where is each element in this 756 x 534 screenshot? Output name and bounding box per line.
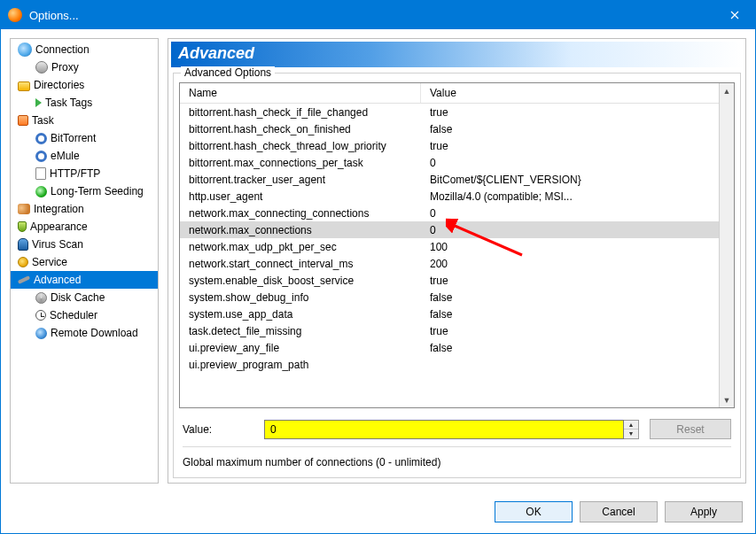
option-value: true — [421, 106, 719, 119]
tree-item-appearance[interactable]: Appearance — [11, 218, 158, 236]
tree-item-label: Remote Download — [51, 327, 138, 339]
option-row[interactable]: bittorrent.hash_check_if_file_changedtru… — [180, 104, 719, 120]
tree-item-label: Virus Scan — [32, 238, 83, 251]
option-name: http.user_agent — [180, 190, 421, 203]
tree-item-directories[interactable]: Directories — [11, 76, 158, 94]
tree-item-label: Advanced — [34, 274, 81, 286]
option-value: true — [421, 275, 719, 287]
option-row[interactable]: http.user_agentMozilla/4.0 (compatible; … — [180, 188, 719, 205]
close-icon — [730, 11, 739, 19]
header-name[interactable]: Name — [180, 83, 421, 103]
app-icon — [8, 8, 22, 22]
tree-item-service[interactable]: Service — [11, 253, 158, 271]
option-row[interactable]: network.max_connections0 — [180, 221, 719, 238]
close-button[interactable] — [714, 1, 755, 29]
spin-up-icon[interactable]: ▲ — [624, 421, 638, 430]
options-tree[interactable]: ConnectionProxyDirectoriesTask TagsTaskB… — [10, 38, 159, 484]
option-row[interactable]: ui.preview_any_filefalse — [180, 339, 719, 356]
option-row[interactable]: system.enable_disk_boost_servicetrue — [180, 272, 719, 289]
option-value: false — [421, 123, 719, 135]
option-value: 0 — [421, 207, 719, 220]
option-name: ui.preview_program_path — [180, 359, 421, 371]
divider — [183, 446, 731, 447]
value-spinner[interactable]: ▲ ▼ — [624, 420, 639, 439]
option-row[interactable]: bittorrent.tracker_user_agentBitComet/${… — [180, 171, 719, 188]
cancel-button[interactable]: Cancel — [580, 501, 658, 522]
scrollbar[interactable]: ▲ ▼ — [719, 83, 734, 407]
tree-item-label: eMule — [51, 150, 80, 162]
value-input[interactable] — [264, 420, 624, 439]
tree-item-emule[interactable]: eMule — [11, 147, 158, 165]
tree-item-label: Appearance — [30, 221, 88, 233]
tree-item-label: Disk Cache — [51, 291, 105, 304]
tree-item-label: Integration — [34, 203, 84, 215]
scroll-track[interactable] — [720, 98, 734, 392]
option-value: false — [421, 291, 719, 304]
panel-title: Advanced — [171, 42, 743, 67]
option-value: false — [421, 342, 719, 354]
option-name: network.max_connections — [180, 224, 421, 236]
page-icon — [35, 167, 46, 180]
window-title: Options... — [29, 9, 79, 22]
tree-item-bittorrent[interactable]: BitTorrent — [11, 129, 158, 147]
tree-item-virus-scan[interactable]: Virus Scan — [11, 236, 158, 253]
tree-item-label: Long-Term Seeding — [51, 185, 144, 197]
option-row[interactable]: task.detect_file_missingtrue — [180, 322, 719, 339]
scroll-up-icon[interactable]: ▲ — [720, 83, 734, 98]
gear-icon — [35, 151, 47, 162]
option-value: BitComet/${CLIENT_VERSION} — [421, 174, 719, 186]
tree-item-label: Task — [32, 114, 54, 127]
option-row[interactable]: bittorrent.hash_check_thread_low_priorit… — [180, 137, 719, 154]
tree-item-advanced[interactable]: Advanced — [11, 271, 158, 289]
option-name: bittorrent.hash_check_if_file_changed — [180, 106, 421, 119]
wrench-icon — [18, 275, 30, 284]
tree-item-integration[interactable]: Integration — [11, 200, 158, 218]
tree-item-proxy[interactable]: Proxy — [11, 58, 158, 76]
option-row[interactable]: ui.preview_program_path — [180, 356, 719, 373]
apply-button[interactable]: Apply — [665, 501, 743, 522]
option-row[interactable]: network.max_udp_pkt_per_sec100 — [180, 238, 719, 255]
option-value: Mozilla/4.0 (compatible; MSI... — [421, 190, 719, 203]
dialog-buttons: OK Cancel Apply — [1, 492, 755, 533]
option-row[interactable]: system.show_debug_infofalse — [180, 289, 719, 306]
tree-item-label: Scheduler — [50, 309, 97, 321]
option-row[interactable]: network.max_connecting_connections0 — [180, 205, 719, 221]
advanced-panel: Advanced Advanced Options Name Value bit… — [168, 38, 746, 484]
option-name: system.enable_disk_boost_service — [180, 275, 421, 287]
option-row[interactable]: network.start_connect_interval_ms200 — [180, 255, 719, 272]
value-label: Value: — [183, 423, 253, 436]
globe-icon — [18, 43, 32, 57]
tree-item-http-ftp[interactable]: HTTP/FTP — [11, 165, 158, 182]
option-name: system.show_debug_info — [180, 291, 421, 304]
ok-button[interactable]: OK — [495, 501, 573, 522]
tree-item-long-term-seeding[interactable]: Long-Term Seeding — [11, 182, 158, 200]
tree-item-label: Service — [32, 256, 67, 268]
tree-item-connection[interactable]: Connection — [11, 41, 158, 58]
tree-item-task[interactable]: Task — [11, 112, 158, 129]
option-value: 0 — [421, 224, 719, 236]
header-value[interactable]: Value — [421, 83, 719, 103]
tree-item-remote-download[interactable]: Remote Download — [11, 324, 158, 342]
tree-item-task-tags[interactable]: Task Tags — [11, 94, 158, 112]
option-name: system.use_app_data — [180, 308, 421, 321]
seed-icon — [35, 186, 47, 197]
remote-icon — [35, 328, 47, 339]
tree-item-scheduler[interactable]: Scheduler — [11, 306, 158, 324]
option-name: network.max_connecting_connections — [180, 207, 421, 220]
tag-icon — [35, 98, 42, 107]
spin-down-icon[interactable]: ▼ — [624, 430, 638, 438]
tree-item-disk-cache[interactable]: Disk Cache — [11, 289, 158, 306]
scroll-down-icon[interactable]: ▼ — [720, 392, 734, 407]
option-row[interactable]: bittorrent.hash_check_on_finishedfalse — [180, 120, 719, 137]
option-name: bittorrent.hash_check_thread_low_priorit… — [180, 140, 421, 152]
option-name: bittorrent.tracker_user_agent — [180, 174, 421, 186]
option-row[interactable]: bittorrent.max_connections_per_task0 — [180, 154, 719, 171]
option-value: 200 — [421, 258, 719, 270]
folder-icon — [18, 81, 30, 91]
option-name: network.max_udp_pkt_per_sec — [180, 241, 421, 253]
option-row[interactable]: system.use_app_datafalse — [180, 306, 719, 322]
option-value: true — [421, 325, 719, 337]
list-header: Name Value — [180, 83, 719, 104]
reset-button[interactable]: Reset — [650, 419, 731, 439]
option-name: bittorrent.hash_check_on_finished — [180, 123, 421, 135]
